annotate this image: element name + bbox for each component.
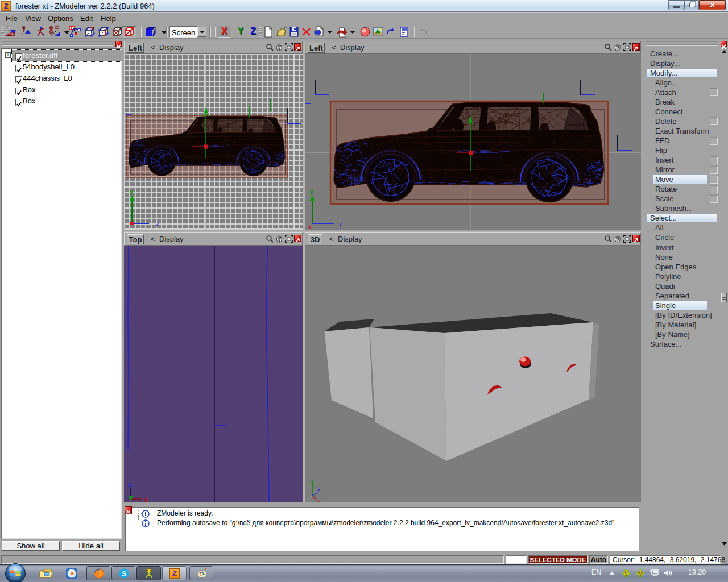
svg-text:z: z bbox=[156, 221, 159, 227]
svg-text:S: S bbox=[122, 569, 127, 578]
svg-text:y: y bbox=[310, 188, 314, 195]
svg-text:z: z bbox=[129, 481, 132, 488]
svg-text:x: x bbox=[308, 223, 312, 230]
svg-text:y: y bbox=[130, 188, 134, 195]
svg-text:z: z bbox=[317, 488, 320, 493]
svg-text:z: z bbox=[339, 221, 342, 227]
svg-text:x: x bbox=[144, 496, 148, 502]
svg-text:x: x bbox=[317, 500, 320, 502]
